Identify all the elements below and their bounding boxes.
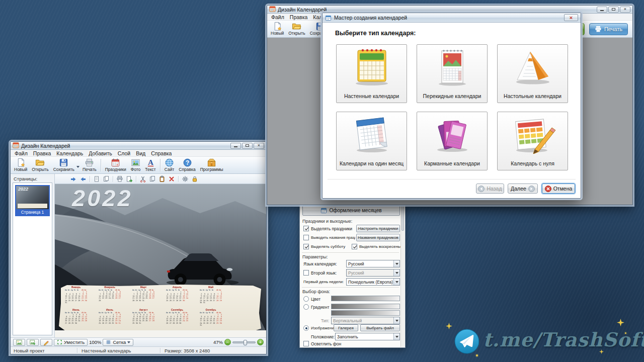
save-button[interactable]: Сохранить bbox=[51, 157, 76, 172]
delete-button[interactable] bbox=[167, 175, 176, 183]
radio-gradient[interactable] bbox=[303, 304, 309, 310]
minimize-button[interactable] bbox=[230, 143, 241, 149]
text-button[interactable]: AТекст bbox=[143, 157, 157, 172]
menu-file[interactable]: Файл bbox=[12, 150, 30, 156]
edit-page-button[interactable] bbox=[40, 339, 52, 346]
cancel-icon bbox=[545, 186, 551, 192]
menu-layer[interactable]: Слой bbox=[115, 150, 133, 156]
maximize-button[interactable] bbox=[608, 7, 619, 13]
checkbox-second-language[interactable] bbox=[303, 270, 309, 276]
holiday-names-button[interactable]: Названия праздников bbox=[356, 234, 400, 241]
settings-panel: Оформление месяцев Праздники и выходные:… bbox=[299, 203, 406, 348]
fit-button[interactable]: Уместить bbox=[54, 339, 88, 346]
menu-view[interactable]: Вид bbox=[133, 150, 148, 156]
cancel-button[interactable]: Отмена bbox=[542, 184, 575, 194]
help-button[interactable]: ?Справка bbox=[177, 157, 197, 172]
zoom-in-button[interactable]: + bbox=[257, 339, 264, 345]
export-button[interactable] bbox=[125, 175, 134, 183]
duplicate-page-button[interactable] bbox=[102, 175, 111, 183]
configure-holidays-button[interactable]: Настроить праздники bbox=[356, 225, 400, 232]
maximize-button[interactable] bbox=[242, 143, 253, 149]
redo-button[interactable] bbox=[78, 175, 88, 183]
status-project: Новый проект bbox=[14, 348, 73, 353]
photo-button[interactable]: Фото bbox=[129, 157, 143, 172]
wizard-close-button[interactable]: × bbox=[564, 14, 578, 21]
holidays-button[interactable]: Праздники bbox=[103, 157, 128, 172]
zoom-slider[interactable] bbox=[232, 341, 256, 343]
gradient-type-dropdown[interactable]: Вертикальный bbox=[331, 317, 400, 324]
holiday-names-label: Названия праздников bbox=[358, 235, 398, 240]
checkbox-holiday-names[interactable] bbox=[303, 235, 309, 240]
pocket-calendar-icon bbox=[428, 115, 476, 154]
close-button[interactable]: × bbox=[254, 143, 264, 149]
close-button[interactable]: × bbox=[620, 7, 630, 13]
zoom-out-button[interactable]: − bbox=[224, 339, 231, 345]
card-calendar-from-scratch[interactable]: Календарь с нуля bbox=[497, 112, 568, 170]
card-flip-calendars[interactable]: Перекидные календари bbox=[417, 44, 488, 103]
menu-edit[interactable]: Правка bbox=[287, 14, 310, 20]
site-button[interactable]: Сайт bbox=[163, 157, 177, 172]
zoom-slider-thumb[interactable] bbox=[244, 340, 247, 345]
save-options-caret[interactable] bbox=[76, 166, 79, 169]
new-page-button[interactable] bbox=[92, 175, 101, 183]
color-well[interactable] bbox=[331, 296, 400, 301]
copy-button[interactable] bbox=[148, 175, 157, 183]
radio-image[interactable] bbox=[303, 325, 309, 331]
design-canvas[interactable]: 2022 ЯнварьПн Вт Ср Чт Пт 3 4 5 6 7 10 1… bbox=[55, 184, 266, 337]
page-thumbnail[interactable]: 2022 Страница 1 bbox=[15, 185, 50, 216]
language-dropdown[interactable]: Русский bbox=[346, 260, 400, 267]
mini-month: ИюньПн Вт Ср Чт Пт 1 2 3 6 7 8 9 10 13 1… bbox=[60, 309, 92, 331]
app-icon bbox=[13, 141, 19, 150]
cut-button[interactable] bbox=[138, 175, 147, 183]
next-button[interactable]: Далее bbox=[508, 184, 538, 194]
print-big-button[interactable]: Печать bbox=[589, 23, 628, 35]
minimize-button[interactable] bbox=[597, 7, 607, 13]
menu-edit[interactable]: Правка bbox=[31, 150, 53, 156]
checkbox-lighten-background[interactable] bbox=[303, 341, 309, 346]
card-desk-calendars[interactable]: Настольные календари bbox=[497, 44, 568, 103]
checkbox-highlight-saturday[interactable] bbox=[303, 244, 309, 249]
gradient-color-well-2[interactable] bbox=[331, 310, 400, 316]
programs-button[interactable]: Программы bbox=[198, 157, 225, 172]
month-design-button[interactable]: Оформление месяцев bbox=[302, 205, 400, 216]
gallery-button[interactable]: Галерея bbox=[334, 324, 358, 331]
card-one-month-calendars[interactable]: Календари на один месяц bbox=[336, 112, 407, 170]
export-image-button[interactable] bbox=[13, 339, 25, 346]
card-pocket-calendars[interactable]: Карманные календари bbox=[417, 112, 488, 170]
new-button[interactable]: Новый bbox=[12, 157, 29, 172]
zoom-level[interactable]: 100% bbox=[89, 339, 101, 345]
menu-help[interactable]: Справка bbox=[148, 150, 174, 156]
paste-button[interactable] bbox=[157, 175, 167, 183]
position-dropdown[interactable]: Заполнить bbox=[335, 333, 400, 340]
undo-button[interactable] bbox=[69, 175, 78, 183]
card-wall-calendars[interactable]: Настенные календари bbox=[336, 44, 407, 103]
print-button[interactable]: Печать bbox=[80, 157, 99, 172]
first-day-dropdown[interactable]: Понедельник (Европа) bbox=[346, 278, 400, 286]
open-button[interactable]: Открыть bbox=[30, 157, 50, 172]
panel-scrollbar[interactable] bbox=[400, 204, 405, 347]
new-button[interactable]: Новый bbox=[269, 21, 286, 36]
status-divider bbox=[77, 348, 77, 353]
choose-file-button[interactable]: Выбрать файл bbox=[360, 324, 400, 331]
checkbox-highlight-holidays[interactable] bbox=[303, 226, 309, 231]
lock-button[interactable] bbox=[190, 175, 199, 183]
wizard-titlebar[interactable]: Мастер создания календарей × bbox=[323, 13, 581, 23]
chevron-down-icon bbox=[127, 341, 130, 345]
checkbox-highlight-sunday[interactable] bbox=[352, 244, 357, 249]
menu-file[interactable]: Файл bbox=[269, 14, 287, 20]
settings-button[interactable] bbox=[181, 175, 190, 183]
radio-color[interactable] bbox=[303, 296, 309, 302]
scrollbar-thumb[interactable] bbox=[401, 205, 404, 231]
chevron-down-icon bbox=[393, 269, 399, 276]
open-button[interactable]: Открыть bbox=[286, 21, 307, 36]
main-window-titlebar[interactable]: Дизайн Календарей × bbox=[11, 142, 266, 150]
second-language-dropdown[interactable]: Русский bbox=[346, 269, 400, 277]
gradient-color-well-1[interactable] bbox=[331, 304, 400, 309]
menu-add[interactable]: Добавить bbox=[86, 150, 114, 156]
quick-print-button[interactable] bbox=[115, 175, 124, 183]
back-button[interactable]: Назад bbox=[476, 184, 504, 194]
add-image-button[interactable] bbox=[27, 339, 39, 346]
main-window: Дизайн Календарей × Файл Правка Календар… bbox=[10, 141, 267, 354]
menu-calendar[interactable]: Календарь bbox=[54, 150, 86, 156]
grid-toggle[interactable]: Сетка bbox=[103, 339, 133, 346]
